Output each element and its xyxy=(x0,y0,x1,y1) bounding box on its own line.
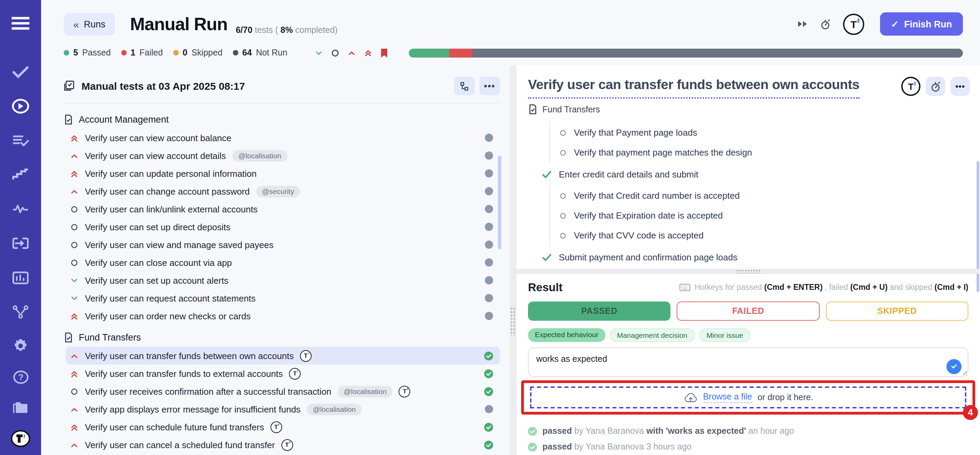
test-row[interactable]: Verify user can set up account alerts xyxy=(66,271,500,289)
test-row[interactable]: Verify user can request account statemen… xyxy=(66,289,500,307)
status-notrun-icon xyxy=(485,258,493,267)
test-row[interactable]: Verify user can set up recurring fund tr… xyxy=(66,453,500,455)
sidebar-analytics-icon[interactable] xyxy=(7,264,34,291)
run-progress-bar xyxy=(409,48,963,57)
substep-text: Verify that CVV code is accepted xyxy=(574,230,704,241)
run-summary-part: 6/70 xyxy=(235,26,252,35)
test-row[interactable]: Verify user can cancel a scheduled fund … xyxy=(66,436,500,453)
test-row[interactable]: Verify app displays error message for in… xyxy=(66,400,500,418)
filter-bookmark-icon[interactable] xyxy=(380,48,388,58)
status-notrun-icon xyxy=(485,152,493,160)
test-title: Verify user can close account via app xyxy=(85,257,232,268)
substep-row[interactable]: Verify that payment page matches the des… xyxy=(560,142,968,163)
detail-more-button[interactable]: ••• xyxy=(951,77,970,96)
check-icon: ✓ xyxy=(891,19,899,29)
testomat-logo-icon[interactable]: T xyxy=(843,13,864,35)
sidebar-import-icon[interactable] xyxy=(7,230,34,257)
keyboard-icon xyxy=(679,284,690,291)
suite-header[interactable]: Fund Transfers xyxy=(64,327,500,347)
result-failed-button[interactable]: FAILED xyxy=(677,302,820,321)
test-row[interactable]: Verify user can transfer funds between o… xyxy=(66,347,500,364)
status-count: 64 xyxy=(242,48,252,57)
test-row[interactable]: Verify user receives confirmation after … xyxy=(66,382,500,400)
test-row[interactable]: Verify user can view account balance xyxy=(66,129,500,147)
sidebar-check-icon[interactable] xyxy=(7,58,34,86)
filter-chevron-up-icon[interactable] xyxy=(347,48,356,57)
test-status xyxy=(484,440,493,449)
timer-button[interactable] xyxy=(926,77,945,96)
filter-chevron-down-icon[interactable] xyxy=(314,48,323,57)
step-row[interactable]: Submit payment and confirmation page loa… xyxy=(542,247,968,267)
test-row[interactable]: Verify user can close account via app xyxy=(66,254,500,271)
sidebar-help-icon[interactable]: ? xyxy=(7,363,34,391)
result-passed-button[interactable]: PASSED xyxy=(528,302,671,321)
test-row[interactable]: Verify user can change account password@… xyxy=(66,182,500,200)
step-row[interactable]: Enter credit card details and submit xyxy=(542,164,968,184)
substep-text: Verify that Credit card number is accept… xyxy=(574,190,740,201)
back-to-runs-button[interactable]: « Runs xyxy=(64,13,115,35)
quick-tag[interactable]: Management decision xyxy=(609,328,695,342)
priority-high-icon xyxy=(70,405,79,413)
submit-comment-button[interactable] xyxy=(947,359,961,374)
stopwatch-icon[interactable] xyxy=(820,18,831,30)
textarea-resize-icon[interactable] xyxy=(961,369,967,375)
sidebar-settings-icon[interactable] xyxy=(7,332,34,360)
steps-resize-handle[interactable] xyxy=(516,268,980,274)
test-status xyxy=(485,134,493,142)
left-scrollbar[interactable] xyxy=(498,156,501,249)
history-passed-icon xyxy=(528,427,537,436)
substep-row[interactable]: Verify that Expiration date is accepted xyxy=(560,206,968,225)
test-row[interactable]: Verify user can view and manage saved pa… xyxy=(66,236,500,254)
sidebar-projects-icon[interactable] xyxy=(7,394,34,421)
sidebar-menu-icon[interactable] xyxy=(7,10,34,37)
sidebar-profile-logo-icon[interactable] xyxy=(7,425,34,452)
annotation-box: Browse a file or drop it here. 4 xyxy=(521,380,975,415)
hotkeys-part: (Cmd + ENTER) xyxy=(764,283,823,292)
detail-header: Verify user can transfer funds between o… xyxy=(528,77,970,99)
resize-grip-icon xyxy=(510,307,515,336)
priority-highest-icon xyxy=(70,423,79,431)
substep-row[interactable]: Verify that Payment page loads xyxy=(560,123,968,142)
resize-grip-icon xyxy=(736,269,760,273)
suite-breadcrumb[interactable]: Fund Transfers xyxy=(528,104,968,115)
test-row[interactable]: Verify user can transfer funds to extern… xyxy=(66,364,500,382)
substep-row[interactable]: Verify that Credit card number is accept… xyxy=(560,186,968,206)
panels: Manual tests at 03 Apr 2025 08:17 ••• Ac… xyxy=(41,66,980,455)
quick-tag[interactable]: Minor issue xyxy=(699,328,751,342)
comment-input[interactable]: works as expected xyxy=(529,348,968,370)
file-dropzone[interactable]: Browse a file or drop it here. xyxy=(530,386,966,409)
result-history: passed by Yana Baranova with 'works as e… xyxy=(528,423,968,455)
testomat-link-icon[interactable]: T xyxy=(901,77,920,96)
priority-highest-icon xyxy=(70,133,79,142)
sidebar-steps-icon[interactable] xyxy=(7,161,34,188)
sidebar-pulse-icon[interactable] xyxy=(7,195,34,223)
sidebar-branches-icon[interactable] xyxy=(7,298,34,326)
substep-row[interactable]: Verify that CVV code is accepted xyxy=(560,225,968,245)
browse-file-link[interactable]: Browse a file xyxy=(703,392,752,403)
tree-view-button[interactable] xyxy=(454,77,474,95)
fast-forward-icon[interactable] xyxy=(797,19,808,29)
sidebar-run-icon[interactable] xyxy=(7,93,34,120)
test-title: Verify user can view and manage saved pa… xyxy=(85,239,274,250)
history-part: an hour ago xyxy=(746,426,794,436)
sidebar-test-list-icon[interactable] xyxy=(7,127,34,154)
filter-double-chevron-up-icon[interactable] xyxy=(363,48,372,57)
test-row[interactable]: Verify user can schedule future fund tra… xyxy=(66,418,500,436)
result-skipped-button[interactable]: SKIPPED xyxy=(826,302,968,321)
app-window: ? « Runs Manual Run 6/70 tests ( 8% comp… xyxy=(0,0,980,455)
quick-tag[interactable]: Expected behaviour xyxy=(528,328,605,342)
test-title: Verify user can view account balance xyxy=(85,133,231,143)
run-summary-part: 8% xyxy=(280,26,293,35)
finish-run-button[interactable]: ✓ Finish Run xyxy=(880,12,963,36)
test-row[interactable]: Verify user can update personal informat… xyxy=(66,164,500,182)
filter-circle-icon[interactable] xyxy=(331,48,339,57)
test-row[interactable]: Verify user can view account details@loc… xyxy=(66,147,500,164)
list-more-button[interactable]: ••• xyxy=(479,77,500,95)
test-row[interactable]: Verify user can order new checks or card… xyxy=(66,307,500,325)
test-title[interactable]: Verify user can transfer funds between o… xyxy=(528,77,859,99)
suite-header[interactable]: Account Management xyxy=(64,110,500,129)
panel-resize-handle[interactable] xyxy=(509,66,516,455)
status-label: Passed xyxy=(82,48,111,57)
test-row[interactable]: Verify user can set up direct deposits xyxy=(66,218,500,236)
test-row[interactable]: Verify user can link/unlink external acc… xyxy=(66,200,500,218)
